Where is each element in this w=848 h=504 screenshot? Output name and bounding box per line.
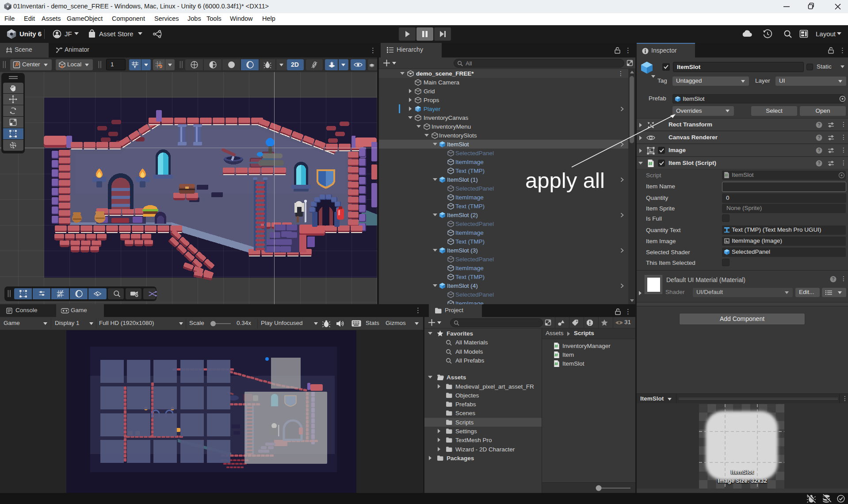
svg-text:?: ? [817, 161, 820, 166]
svg-text:?: ? [817, 135, 820, 140]
svg-text:?: ? [817, 148, 820, 153]
svg-text:Y: Y [134, 65, 136, 69]
svg-text:?: ? [832, 277, 834, 282]
svg-text:?: ? [817, 122, 820, 127]
